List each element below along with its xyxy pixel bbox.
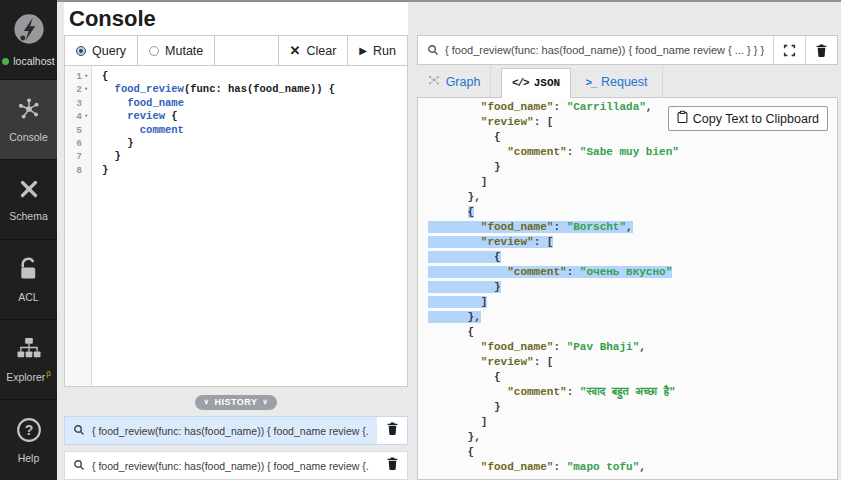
json-response-panel[interactable]: "food_name": "Carrillada", "review": [ {…: [417, 97, 838, 480]
dgraph-logo-icon: [12, 12, 46, 50]
history-toggle[interactable]: ∨ HISTORY ∨: [195, 395, 277, 410]
chevron-down-icon: ∨: [263, 398, 269, 406]
fullscreen-button[interactable]: [773, 36, 805, 64]
json-output[interactable]: "food_name": "Carrillada", "review": [ {…: [428, 100, 837, 475]
toolbar-spacer: [215, 36, 278, 65]
sidebar-item-schema[interactable]: Schema: [0, 160, 57, 240]
history-item[interactable]: { food_review(func: has(food_name)) { fo…: [64, 416, 408, 445]
query-panel: Query Mutate ✕ Clear ▶ Run 1▾2▾34▾5678: [64, 35, 408, 387]
history-query[interactable]: { food_review(func: has(food_name)) { fo…: [65, 417, 377, 444]
copy-to-clipboard-button[interactable]: Copy Text to Clipboard: [668, 106, 828, 131]
sidebar-item-explorer[interactable]: Explorerβ: [0, 320, 57, 400]
query-preview-text: { food_review(func: has(food_name)) { fo…: [445, 44, 773, 56]
terminal-icon: >_: [585, 76, 596, 88]
query-preview-bar[interactable]: { food_review(func: has(food_name)) { fo…: [417, 35, 838, 65]
chevron-down-icon: ∨: [204, 398, 210, 406]
trash-icon: [386, 456, 399, 475]
sidebar-item-server[interactable]: localhost: [0, 0, 57, 80]
graph-icon: [427, 73, 441, 90]
trash-icon: [386, 421, 399, 440]
query-editor[interactable]: 1▾2▾34▾5678 { food_review(func: has(food…: [65, 66, 407, 386]
sidebar-item-label: Schema: [9, 210, 48, 222]
sidebar-item-acl[interactable]: ACL: [0, 240, 57, 320]
query-toolbar: Query Mutate ✕ Clear ▶ Run: [65, 36, 407, 66]
search-icon: [73, 422, 85, 440]
discard-query-button[interactable]: [805, 36, 837, 64]
beta-badge: β: [46, 369, 51, 378]
editor-code: { food_review(func: has(food_name)) { fo…: [93, 66, 407, 177]
schema-icon: [17, 177, 41, 205]
sidebar-item-label: Help: [18, 452, 40, 464]
sidebar-item-label: Explorerβ: [6, 369, 51, 383]
lock-icon: [17, 257, 40, 286]
tab-request[interactable]: >_ Request: [571, 66, 663, 97]
sidebar-item-label: Console: [9, 131, 48, 143]
clear-button[interactable]: ✕ Clear: [279, 36, 349, 65]
search-icon: [73, 457, 85, 475]
delete-history-button[interactable]: [377, 452, 407, 479]
query-mode-radio[interactable]: Query: [65, 36, 138, 65]
radio-selected-icon: [76, 46, 86, 56]
tab-graph[interactable]: Graph: [417, 66, 491, 97]
delete-history-button[interactable]: [377, 417, 407, 444]
results-column: { food_review(func: has(food_name)) { fo…: [417, 2, 841, 480]
sidebar-item-help[interactable]: ? Help: [0, 400, 57, 480]
explorer-tree-icon: [16, 337, 42, 364]
mutate-mode-radio[interactable]: Mutate: [138, 36, 215, 65]
close-icon: ✕: [290, 44, 301, 57]
svg-text:?: ?: [24, 421, 33, 437]
help-icon: ?: [16, 417, 42, 447]
clipboard-icon: [677, 110, 688, 127]
main-area: Console Query Mutate ✕ Clear ▶: [57, 0, 841, 480]
play-icon: ▶: [359, 45, 367, 56]
history-query[interactable]: { food_review(func: has(food_name)) { fo…: [65, 452, 377, 479]
fullscreen-icon: [783, 44, 796, 57]
query-column: Console Query Mutate ✕ Clear ▶: [57, 2, 417, 480]
run-button[interactable]: ▶ Run: [348, 36, 407, 65]
server-label: localhost: [13, 55, 54, 67]
console-icon: [16, 96, 42, 126]
radio-unselected-icon: [149, 46, 159, 56]
page-title: Console: [69, 6, 156, 32]
search-icon: [418, 44, 445, 56]
server-status-dot: [2, 58, 9, 65]
history-item[interactable]: { food_review(func: has(food_name)) { fo…: [64, 451, 408, 480]
trash-icon: [815, 43, 828, 58]
page-header: Console: [64, 2, 408, 35]
results-tabs: Graph </> JSON >_ Request: [417, 66, 838, 97]
sidebar-item-console[interactable]: Console: [0, 80, 57, 160]
tab-json[interactable]: </> JSON: [501, 68, 571, 98]
editor-gutter: 1▾2▾34▾5678: [65, 66, 92, 386]
sidebar: localhost Console Schema: [0, 0, 57, 480]
code-icon: </>: [512, 76, 529, 91]
sidebar-item-label: ACL: [18, 291, 38, 303]
